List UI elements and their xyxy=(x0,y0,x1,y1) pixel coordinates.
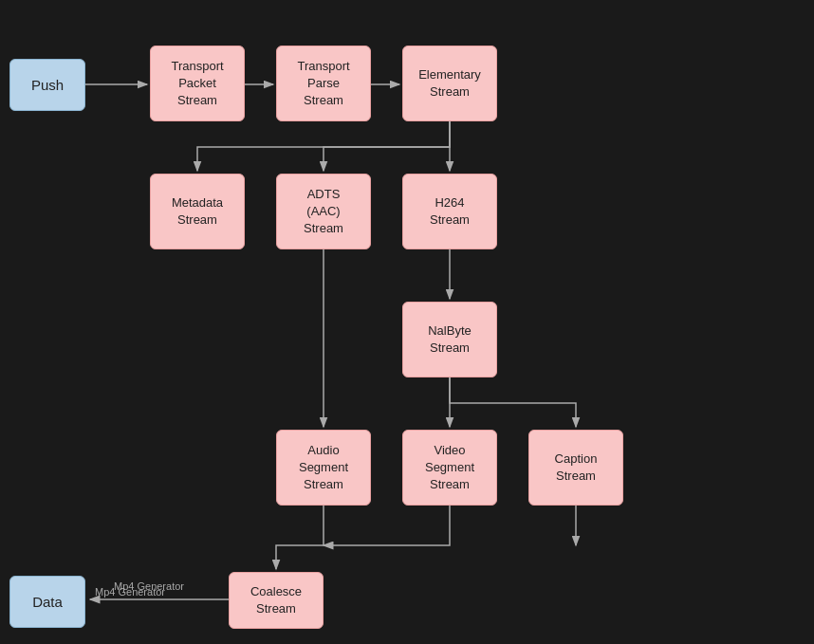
push-node: Push xyxy=(9,59,85,111)
coalesce-stream-node: CoalesceStream xyxy=(229,572,324,629)
metadata-stream-label: MetadataStream xyxy=(172,194,223,229)
h264-stream-node: H264Stream xyxy=(402,174,497,249)
transport-packet-stream-label: TransportPacketStream xyxy=(171,58,223,110)
caption-stream-node: CaptionStream xyxy=(528,430,623,506)
transport-packet-stream-node: TransportPacketStream xyxy=(150,46,245,121)
audio-segment-stream-node: AudioSegmentStream xyxy=(276,430,371,506)
elementary-stream-node: ElementaryStream xyxy=(402,46,497,121)
caption-stream-label: CaptionStream xyxy=(555,451,598,485)
adts-stream-node: ADTS(AAC)Stream xyxy=(276,174,371,249)
metadata-stream-node: MetadataStream xyxy=(150,174,245,249)
video-segment-stream-node: VideoSegmentStream xyxy=(402,430,497,506)
mp4-generator-label: Mp4 Generator xyxy=(95,586,165,598)
video-segment-stream-label: VideoSegmentStream xyxy=(425,442,474,494)
audio-segment-stream-label: AudioSegmentStream xyxy=(299,442,348,494)
h264-stream-label: H264Stream xyxy=(430,194,470,229)
diagram-container: Mp4 Generator Push TransportPacketStream… xyxy=(0,0,814,644)
nalbyte-stream-node: NalByteStream xyxy=(402,302,497,377)
transport-parse-stream-node: TransportParseStream xyxy=(276,46,371,121)
push-label: Push xyxy=(31,75,64,95)
transport-parse-stream-label: TransportParseStream xyxy=(297,58,349,110)
coalesce-stream-label: CoalesceStream xyxy=(250,583,302,617)
nalbyte-stream-label: NalByteStream xyxy=(428,322,472,357)
elementary-stream-label: ElementaryStream xyxy=(418,66,481,101)
data-node: Data xyxy=(9,576,85,628)
data-label: Data xyxy=(32,592,63,612)
adts-stream-label: ADTS(AAC)Stream xyxy=(304,186,343,238)
